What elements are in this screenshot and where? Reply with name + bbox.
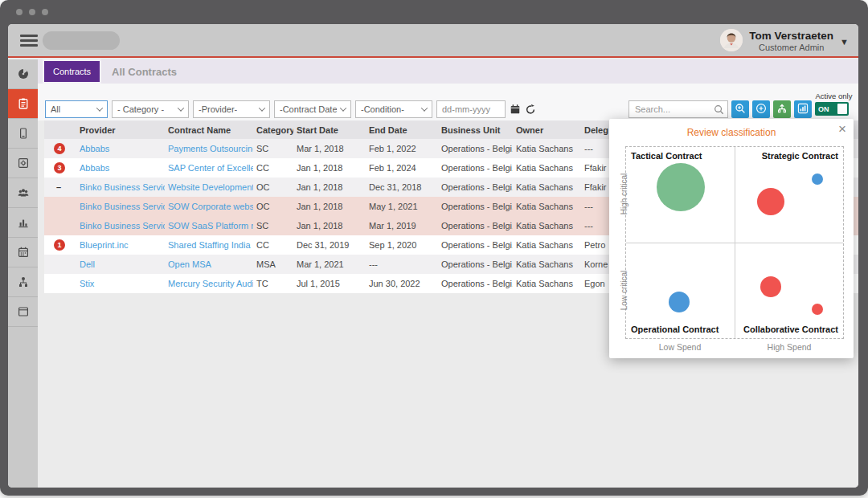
cell-text: Katia Sachans: [513, 202, 581, 211]
tab-contracts[interactable]: Contracts: [44, 61, 100, 82]
cell-link[interactable]: Mercury Security Audit: [165, 279, 253, 288]
window-control-dot: [16, 9, 23, 15]
alert-cell: 1: [44, 239, 76, 251]
chart-bubble[interactable]: [757, 188, 784, 215]
cell-text: Jan 1, 2018: [293, 163, 366, 173]
cell-text: Katia Sachans: [513, 221, 581, 231]
sidebar-item-settings[interactable]: [8, 149, 38, 178]
page-title: All Contracts: [112, 66, 177, 78]
alert-count-badge: 3: [54, 162, 65, 173]
cell-text: Operations - Belgi...: [438, 259, 513, 269]
cell-text: Mar 1, 2019: [366, 221, 438, 231]
cell-link[interactable]: Abbabs: [76, 163, 165, 173]
sidebar-item-reports[interactable]: [8, 208, 38, 238]
cell-text: Operations - Belgi...: [438, 279, 513, 288]
cell-link[interactable]: SOW SaaS Platform m...: [165, 221, 253, 231]
export-button[interactable]: [773, 100, 791, 118]
add-icon: [755, 103, 767, 116]
cell-link[interactable]: Blueprint.inc: [76, 240, 165, 250]
cell-text: SC: [253, 221, 293, 231]
cell-text: OC: [253, 182, 293, 192]
tab-bar: Contracts All Contracts: [38, 59, 858, 84]
app-header: Tom Verstraeten Customer Admin ▼: [8, 24, 858, 58]
provider-select[interactable]: -Provider-: [193, 100, 270, 118]
cell-text: CC: [253, 163, 293, 173]
contract-date-select[interactable]: -Contract Date: [274, 100, 351, 118]
cell-link[interactable]: Dell: [76, 259, 165, 269]
cell-link[interactable]: SOW Corporate website: [165, 202, 253, 211]
quadrant-label-collaborative: Collaborative Contract: [743, 325, 838, 334]
alert-cell: –: [44, 182, 76, 192]
cell-text: Feb 1, 2022: [366, 144, 438, 153]
add-contract-button[interactable]: [752, 100, 770, 118]
settings-icon: [17, 157, 30, 169]
category-select[interactable]: - Category -: [112, 100, 189, 118]
calendar-picker-button[interactable]: [510, 104, 521, 115]
cell-link[interactable]: Binko Business Services: [76, 202, 165, 211]
cell-text: Operations - Belgi...: [438, 163, 513, 173]
scope-select[interactable]: All: [45, 100, 108, 118]
sidebar-item-contracts[interactable]: [8, 89, 38, 119]
cell-link[interactable]: Open MSA: [165, 259, 253, 269]
sidebar-item-users[interactable]: [8, 178, 38, 208]
cell-link[interactable]: Abbabs: [76, 144, 165, 153]
cell-text: Katia Sachans: [513, 279, 581, 288]
chevron-down-icon: [340, 104, 346, 111]
sidebar-item-calendar[interactable]: [8, 238, 38, 267]
sidebar-item-window[interactable]: [8, 297, 38, 327]
close-icon[interactable]: ×: [838, 121, 846, 137]
advanced-search-button[interactable]: [731, 100, 749, 118]
chart-bubble[interactable]: [760, 276, 781, 297]
toggle-knob: [837, 104, 847, 114]
chevron-down-icon: [259, 104, 265, 111]
reset-filters-button[interactable]: [525, 104, 536, 115]
cell-text: Mar 1, 2021: [293, 259, 366, 269]
logo-placeholder: [43, 31, 120, 50]
x-axis-label-low-spend: Low Spend: [625, 342, 735, 352]
condition-select[interactable]: -Condition-: [355, 100, 432, 118]
date-input[interactable]: [436, 100, 506, 118]
cell-text: May 1, 2021: [366, 202, 438, 211]
column-header: End Date: [366, 125, 438, 135]
cell-link[interactable]: Website Development ...: [165, 182, 253, 192]
y-axis-label-high: High critical: [620, 170, 628, 218]
cell-text: Jan 1, 2018: [293, 182, 366, 192]
chart-bubble[interactable]: [812, 304, 823, 315]
alert-cell: 3: [44, 162, 76, 173]
app-frame: Tom Verstraeten Customer Admin ▼: [8, 24, 858, 488]
window-control-dot: [42, 9, 48, 15]
chevron-down-icon: ▼: [840, 37, 849, 47]
cell-text: OC: [253, 202, 293, 211]
quadrant-label-tactical: Tactical Contract: [631, 151, 702, 161]
dash-indicator: –: [56, 182, 61, 192]
cell-text: CC: [253, 240, 293, 250]
hamburger-menu-icon[interactable]: [20, 35, 38, 50]
sidebar-item-dashboard[interactable]: [8, 59, 38, 89]
chart-bubble[interactable]: [812, 173, 823, 185]
cell-text: Katia Sachans: [513, 240, 581, 250]
classification-chart-button[interactable]: [794, 100, 812, 118]
cell-link[interactable]: Stix: [76, 279, 165, 288]
classification-popup: Review classification × Tactical Contrac…: [609, 119, 854, 358]
user-name: Tom Verstraeten: [749, 30, 833, 42]
cell-link[interactable]: Shared Staffing India: [165, 240, 253, 250]
cell-link[interactable]: Binko Business Services: [76, 221, 165, 231]
cell-link[interactable]: SAP Center of Excellen...: [165, 163, 253, 173]
chevron-down-icon: [96, 104, 103, 111]
sidebar: [8, 59, 38, 488]
sidebar-item-org[interactable]: [8, 267, 38, 297]
cell-text: Operations - Belgi...: [438, 221, 513, 231]
alert-count-badge: 4: [54, 143, 65, 154]
user-menu[interactable]: Tom Verstraeten Customer Admin ▼: [720, 28, 849, 52]
cell-link[interactable]: Binko Business Services: [76, 182, 165, 192]
user-role: Customer Admin: [749, 43, 833, 52]
toolbar-right: Active only ON: [628, 100, 853, 118]
toggle-state: ON: [818, 105, 829, 113]
cell-link[interactable]: Payments Outsourcing: [165, 144, 253, 153]
chart-bubble[interactable]: [657, 163, 705, 211]
sidebar-item-devices[interactable]: [8, 119, 38, 149]
active-only-toggle[interactable]: ON: [815, 102, 849, 116]
chart-bubble[interactable]: [669, 292, 690, 312]
alert-count-badge: 1: [54, 239, 65, 251]
cell-text: Operations - Belgi...: [438, 202, 513, 211]
